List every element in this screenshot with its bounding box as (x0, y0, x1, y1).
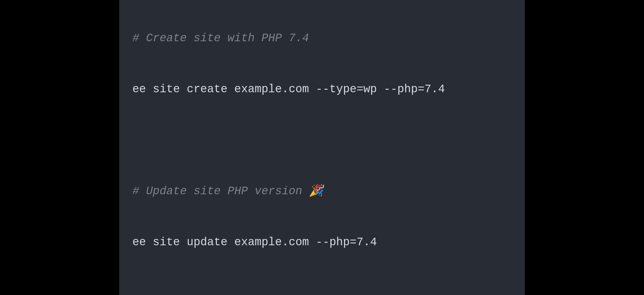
code-command: ee site update example.com --php=7.4 (132, 234, 512, 251)
code-comment: # Update site PHP version 🎉 (132, 183, 512, 200)
terminal-body: # Create site with PHP 7.4 ee site creat… (119, 0, 525, 295)
code-command: ee site create example.com --type=wp --p… (132, 81, 512, 98)
blank-line (132, 132, 512, 149)
code-comment: # Create site with PHP 7.4 (132, 30, 512, 47)
terminal-window: # Create site with PHP 7.4 ee site creat… (119, 0, 525, 295)
